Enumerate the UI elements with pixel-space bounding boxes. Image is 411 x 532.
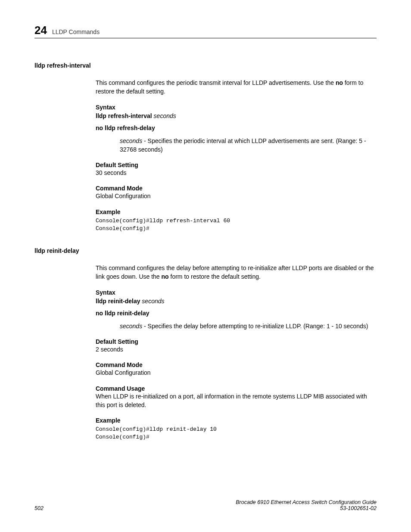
- command-usage-text: When LLDP is re-initialized on a port, a…: [96, 392, 377, 410]
- page-footer: 502 Brocade 6910 Ethernet Access Switch …: [34, 499, 377, 511]
- example-label: Example: [96, 208, 377, 215]
- default-setting-block: Default Setting 2 seconds: [96, 338, 377, 354]
- chapter-title: LLDP Commands: [52, 28, 100, 35]
- command-heading-refresh-interval: lldp refresh-interval: [34, 62, 377, 69]
- default-setting-value: 2 seconds: [96, 345, 377, 354]
- syntax-no-form: no lldp reinit-delay: [96, 310, 377, 317]
- page-header: 24 LLDP Commands: [34, 24, 377, 38]
- example-block: Example Console(config)#lldp refresh-int…: [96, 208, 377, 233]
- command-body-reinit-delay: This command configures the delay before…: [96, 264, 377, 441]
- command-usage-block: Command Usage When LLDP is re-initialize…: [96, 385, 377, 410]
- syntax-line: lldp reinit-delay seconds: [96, 298, 377, 305]
- command-mode-label: Command Mode: [96, 185, 377, 192]
- footer-doc-info: Brocade 6910 Ethernet Access Switch Conf…: [236, 499, 377, 511]
- default-setting-block: Default Setting 30 seconds: [96, 162, 377, 177]
- example-block: Example Console(config)#lldp reinit-dela…: [96, 417, 377, 441]
- example-code: Console(config)#lldp reinit-delay 10 Con…: [96, 426, 377, 441]
- command-mode-label: Command Mode: [96, 361, 377, 368]
- syntax-label: Syntax: [96, 289, 377, 296]
- syntax-block: Syntax lldp reinit-delay seconds no lldp…: [96, 289, 377, 330]
- command-usage-label: Command Usage: [96, 385, 377, 392]
- command-description: This command configures the periodic tra…: [96, 78, 377, 96]
- command-mode-value: Global Configuration: [96, 192, 377, 200]
- chapter-number: 24: [34, 24, 47, 37]
- example-label: Example: [96, 417, 377, 424]
- command-mode-block: Command Mode Global Configuration: [96, 185, 377, 200]
- footer-doc-number: 53-1002651-02: [236, 505, 377, 511]
- syntax-label: Syntax: [96, 104, 377, 111]
- page-content: 24 LLDP Commands lldp refresh-interval T…: [0, 0, 411, 442]
- syntax-param: seconds - Specifies the periodic interva…: [120, 137, 377, 154]
- default-setting-label: Default Setting: [96, 162, 377, 168]
- syntax-line: lldp refresh-interval seconds: [96, 112, 377, 119]
- syntax-block: Syntax lldp refresh-interval seconds no …: [96, 104, 377, 154]
- page-number: 502: [34, 505, 44, 511]
- command-body-refresh-interval: This command configures the periodic tra…: [96, 78, 377, 233]
- default-setting-value: 30 seconds: [96, 168, 377, 177]
- syntax-param: seconds - Specifies the delay before att…: [120, 322, 377, 330]
- command-description: This command configures the delay before…: [96, 264, 377, 281]
- command-mode-value: Global Configuration: [96, 368, 377, 377]
- footer-doc-title: Brocade 6910 Ethernet Access Switch Conf…: [236, 499, 377, 505]
- syntax-no-form: no lldp refresh-delay: [96, 124, 377, 131]
- example-code: Console(config)#lldp refresh-interval 60…: [96, 217, 377, 233]
- command-heading-reinit-delay: lldp reinit-delay: [34, 247, 377, 254]
- command-mode-block: Command Mode Global Configuration: [96, 361, 377, 377]
- default-setting-label: Default Setting: [96, 338, 377, 345]
